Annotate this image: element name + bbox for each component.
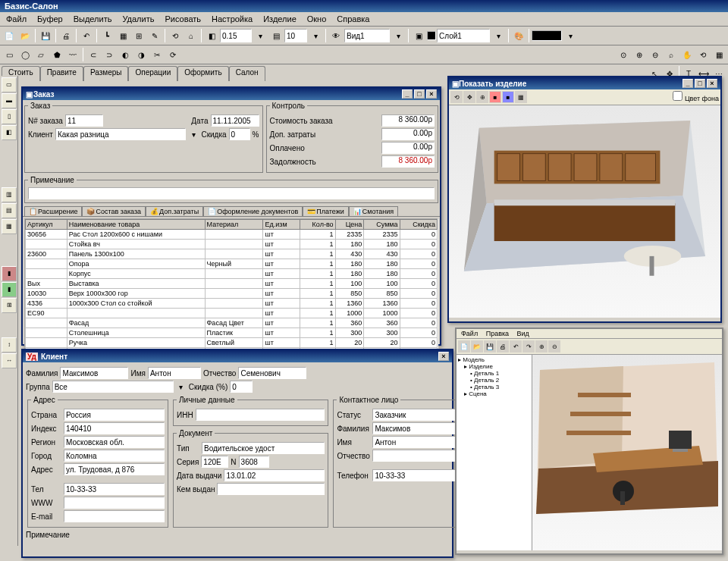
shape5-icon[interactable]: 〰 (65, 47, 80, 62)
dock-btn-1[interactable]: ▭ (2, 77, 17, 92)
table-row[interactable]: Стойка вчшт11801800 (26, 240, 438, 249)
ordernum-input[interactable] (65, 114, 103, 127)
order-col-header[interactable]: Артикул (26, 220, 67, 230)
stb-3-icon[interactable]: 💾 (484, 340, 496, 353)
line-style[interactable] (532, 30, 562, 41)
zoom-win-icon[interactable]: ⌕ (664, 47, 679, 62)
shape8-icon[interactable]: ◐ (118, 47, 133, 62)
viewer-close-icon[interactable]: × (707, 79, 717, 88)
viewer-3d-viewport[interactable] (449, 105, 720, 318)
viewer-titlebar[interactable]: ▣ Показать изделие _ □ × (449, 77, 720, 89)
order-col-header[interactable]: Сумма (364, 220, 400, 230)
subtab-docs[interactable]: 📄Оформление документов (203, 206, 303, 216)
tool-e-icon[interactable]: ⟲ (168, 28, 183, 43)
sec-menu-1[interactable]: Файл (458, 330, 481, 337)
shape4-icon[interactable]: ⬟ (49, 47, 64, 62)
menu-help[interactable]: Справка (332, 13, 374, 25)
stb-4-icon[interactable]: 🖨 (497, 340, 509, 353)
www-input[interactable] (64, 497, 165, 509)
docnum-input[interactable] (239, 456, 269, 468)
menu-delete[interactable]: Удалить (118, 13, 158, 25)
menu-draw[interactable]: Рисовать (160, 13, 206, 25)
shape6-icon[interactable]: ⊂ (86, 47, 101, 62)
client-lookup-icon[interactable]: ▾ (188, 129, 199, 139)
city-input[interactable] (64, 450, 165, 462)
viewer-min-icon[interactable]: _ (682, 79, 693, 88)
order-col-header[interactable]: Наименование товара (67, 220, 205, 230)
cdisc-input[interactable] (230, 381, 253, 393)
shape2-icon[interactable]: ◯ (17, 47, 33, 62)
order-window-titlebar[interactable]: ▣ Заказ _ □ × (23, 88, 440, 100)
order-col-header[interactable]: Ед.изм (263, 220, 300, 230)
table-row[interactable]: ФасадФасад Цветшт13603600 (26, 318, 438, 328)
zoom-fit-icon[interactable]: ⊙ (616, 47, 631, 62)
client-window-titlebar[interactable]: Уд Клиент × (23, 350, 452, 362)
vtb-grid-icon[interactable]: ▦ (515, 91, 527, 103)
menu-product[interactable]: Изделие (259, 13, 301, 25)
order-col-header[interactable]: Кол-во (300, 220, 335, 230)
tool-c-icon[interactable]: ⊞ (131, 28, 146, 43)
tab-salon[interactable]: Салон (229, 66, 265, 81)
subtab-payments[interactable]: 💳Платежи (303, 206, 349, 216)
viewer-max-icon[interactable]: □ (695, 79, 705, 88)
discount-input[interactable] (229, 128, 250, 140)
shape7-icon[interactable]: ⊃ (102, 47, 117, 62)
tab-edit[interactable]: Правите (40, 66, 83, 81)
toggle-a-icon[interactable]: ◧ (204, 28, 219, 43)
vtb-zoom-icon[interactable]: ⊕ (476, 91, 488, 103)
inn-input[interactable] (196, 409, 325, 421)
order-col-header[interactable]: Скидка (400, 220, 437, 230)
undo-icon[interactable]: ↶ (79, 28, 94, 43)
stb-5-icon[interactable]: ↶ (510, 340, 522, 353)
menu-window[interactable]: Окно (303, 13, 331, 25)
dock-btn-3[interactable]: ▯ (2, 109, 17, 124)
subtab-ext[interactable]: 📋Расширение (24, 206, 82, 216)
step-input-1[interactable] (220, 29, 252, 42)
stb-7-icon[interactable]: ⊕ (535, 340, 548, 353)
color-swatch[interactable] (427, 31, 436, 40)
docdate-input[interactable] (224, 469, 325, 481)
dock-btn-8[interactable]: ▮ (2, 266, 17, 281)
dock-btn-5[interactable]: ▥ (2, 187, 17, 202)
dock-btn-7[interactable]: ▦ (2, 219, 17, 234)
docwho-input[interactable] (217, 483, 325, 495)
pan-icon[interactable]: ✋ (679, 47, 695, 62)
minimize-icon[interactable]: _ (402, 89, 413, 99)
tool-d-icon[interactable]: ✎ (147, 28, 162, 43)
sec-menu-2[interactable]: Правка (483, 330, 512, 337)
zoom-out-icon[interactable]: ⊖ (648, 47, 663, 62)
dock-btn-6[interactable]: ▤ (2, 203, 17, 218)
table-row[interactable]: Корпусшт11801800 (26, 269, 438, 279)
menu-settings[interactable]: Настройка (207, 13, 257, 25)
shape11-icon[interactable]: ⟳ (165, 47, 180, 62)
palette-icon[interactable]: 🎨 (511, 28, 526, 43)
vtb-red-icon[interactable]: ■ (489, 91, 501, 103)
subtab-estimate[interactable]: 📊Смотания (349, 206, 398, 216)
layer-combo[interactable] (437, 29, 490, 42)
group-input[interactable] (52, 381, 174, 393)
fam-input[interactable] (60, 367, 128, 379)
dock-btn-10[interactable]: ⊞ (2, 298, 17, 313)
order-col-header[interactable]: Цена (335, 220, 364, 230)
subtab-contents[interactable]: 📦Состав заказа (82, 206, 146, 216)
order-items-table[interactable]: АртикулНаименование товараМатериалЕд.изм… (25, 219, 438, 353)
subtab-addcost[interactable]: 💰Доп.затраты (146, 206, 203, 216)
tree-panel[interactable]: ▸ Модель ▸ Изделие • Деталь 1 • Деталь 2… (457, 355, 532, 550)
index-input[interactable] (64, 422, 165, 434)
layer-icon[interactable]: ▣ (411, 28, 426, 43)
rotate-icon[interactable]: ⟲ (695, 47, 711, 62)
dock-btn-11[interactable]: ↕ (2, 337, 17, 353)
table-row[interactable]: РучкаСветлыйшт120200 (26, 338, 438, 348)
shape10-icon[interactable]: ✂ (149, 47, 165, 62)
tab-format[interactable]: Оформить (177, 66, 228, 81)
stb-6-icon[interactable]: ↷ (522, 340, 535, 353)
dock-btn-12[interactable]: ↔ (2, 353, 17, 368)
country-input[interactable] (64, 409, 165, 421)
dropdown-4-icon[interactable]: ▾ (491, 28, 506, 43)
dock-btn-4[interactable]: ◧ (2, 125, 17, 140)
stb-1-icon[interactable]: 📄 (458, 340, 470, 353)
secondary-viewport[interactable] (532, 355, 722, 550)
tab-dims[interactable]: Размеры (83, 66, 129, 81)
patr-input[interactable] (238, 367, 306, 379)
new-icon[interactable]: 📄 (2, 28, 17, 43)
